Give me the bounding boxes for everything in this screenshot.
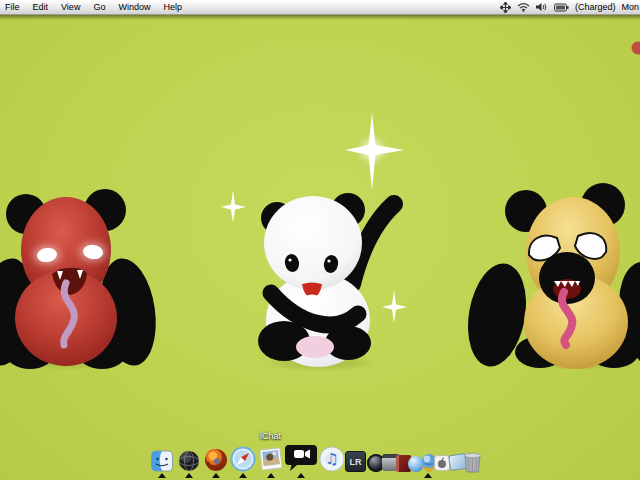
battery-status-label[interactable]: (Charged) [575, 2, 616, 12]
move-icon[interactable] [500, 2, 511, 13]
running-indicator [297, 473, 305, 478]
menubar-shadow [0, 15, 640, 20]
running-indicator [239, 473, 247, 478]
svg-text:♫: ♫ [325, 450, 338, 468]
battery-icon[interactable] [554, 3, 569, 12]
wifi-icon[interactable] [517, 2, 530, 12]
lightroom-icon[interactable]: LR [345, 451, 366, 472]
running-indicator [424, 473, 432, 478]
iphoto-icon[interactable] [258, 446, 284, 476]
menu-window[interactable]: Window [118, 2, 150, 12]
dock: iChat [0, 428, 640, 480]
menubar-status: (Charged) Mon [500, 2, 640, 13]
menubar: File Edit View Go Window Help [0, 0, 640, 15]
running-indicator [267, 473, 275, 478]
safari-icon[interactable] [230, 446, 256, 476]
trash-icon[interactable] [462, 451, 483, 477]
dock-tooltip: iChat [260, 431, 281, 441]
menu-file[interactable]: File [5, 2, 20, 12]
itunes-icon[interactable]: ♫ [319, 446, 345, 476]
menu-edit[interactable]: Edit [33, 2, 49, 12]
menu-go[interactable]: Go [93, 2, 105, 12]
desktop[interactable] [0, 0, 640, 480]
volume-icon[interactable] [536, 2, 548, 12]
menu-list: File Edit View Go Window Help [0, 2, 182, 12]
menu-help[interactable]: Help [163, 2, 182, 12]
clock[interactable]: Mon [621, 2, 639, 12]
menu-view[interactable]: View [61, 2, 80, 12]
lightroom-label: LR [346, 452, 365, 473]
running-indicator [212, 473, 220, 478]
firefox-icon[interactable] [204, 448, 228, 476]
running-indicator [185, 473, 193, 478]
running-indicator [158, 473, 166, 478]
ichat-icon[interactable] [285, 440, 317, 476]
